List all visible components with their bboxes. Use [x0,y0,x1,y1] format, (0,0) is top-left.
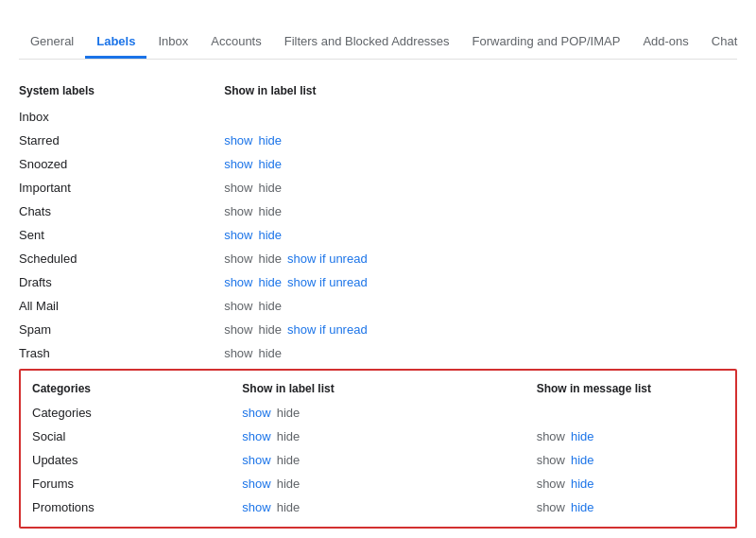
tab-labels[interactable]: Labels [85,26,146,59]
tab-chat[interactable]: Chat [700,26,748,59]
cat-hide-link[interactable]: hide [277,453,301,467]
table-row: All Mailshowhide [19,294,737,318]
cat-msg-hide-link[interactable]: hide [571,500,594,514]
show-link[interactable]: show [224,228,252,242]
tab-forwarding[interactable]: Forwarding and POP/IMAP [461,26,632,59]
label-name: All Mail [19,294,224,318]
hide-link[interactable]: hide [259,299,283,313]
system-labels-header: System labels [19,78,224,105]
label-name: Sent [19,223,224,247]
label-name: Drafts [19,270,224,294]
cat-show-link[interactable]: show [242,406,270,420]
table-row: Updatesshowhideshowhide [21,448,735,472]
show-if-unread-link[interactable]: show if unread [287,252,368,266]
hide-link[interactable]: hide [259,204,283,218]
table-row: Draftsshowhideshow if unread [19,270,737,294]
cat-msg-hide-link[interactable]: hide [571,453,594,467]
hide-link[interactable]: hide [259,228,283,242]
show-hide-controls: showhide [224,341,532,365]
show-link[interactable]: show [224,322,252,337]
show-if-unread-link[interactable]: show if unread [287,322,368,337]
label-name: Chats [19,200,224,223]
cat-show-hide-controls: showhide [231,448,524,472]
show-hide-controls: showhideshow if unread [224,247,532,270]
label-name: Scheduled [19,247,224,270]
tab-inbox[interactable]: Inbox [146,26,199,59]
show-link[interactable]: show [224,252,252,266]
show-hide-controls: showhide [224,200,532,223]
show-if-unread-link[interactable]: show if unread [287,275,368,289]
hide-link[interactable]: hide [259,181,283,195]
tab-general[interactable]: General [19,26,85,59]
show-hide-controls: showhide [224,294,532,318]
tab-addons[interactable]: Add-ons [631,26,699,59]
show-hide-controls: showhide [224,223,532,247]
label-name: Starred [19,129,224,152]
category-name: Promotions [21,495,231,519]
table-row: Forumsshowhideshowhide [21,472,735,495]
tabs-nav: GeneralLabelsInboxAccountsFilters and Bl… [19,26,737,60]
category-name: Social [21,425,231,448]
cat-show-link[interactable]: show [242,500,270,514]
hide-link[interactable]: hide [259,133,283,148]
tab-filters[interactable]: Filters and Blocked Addresses [273,26,461,59]
main-content: System labels Show in label list InboxSt… [0,60,756,538]
show-link[interactable]: show [224,299,252,313]
cat-hide-link[interactable]: hide [277,500,301,514]
table-row: Importantshowhide [19,176,737,200]
show-hide-controls: showhideshow if unread [224,318,532,341]
table-row: Trashshowhide [19,341,737,365]
table-row: Scheduledshowhideshow if unread [19,247,737,270]
show-link[interactable]: show [224,181,252,195]
hide-link[interactable]: hide [259,275,283,289]
table-row: Starredshowhide [19,129,737,152]
categories-show-msg-header: Show in message list [525,378,735,401]
show-hide-controls: showhide [224,176,532,200]
hide-link[interactable]: hide [259,252,283,266]
cat-hide-link[interactable]: hide [277,406,301,420]
cat-msg-show-hide-controls: showhide [525,448,735,472]
show-link[interactable]: show [224,157,252,171]
cat-msg-show-link[interactable]: show [537,477,565,491]
category-name: Categories [21,401,231,425]
hide-link[interactable]: hide [259,346,283,360]
categories-label-header: Categories [21,378,231,401]
cat-show-link[interactable]: show [242,453,270,467]
cat-msg-show-hide-controls [525,401,735,425]
categories-show-label-header: Show in label list [231,378,524,401]
show-in-label-header: Show in label list [224,78,532,105]
show-link[interactable]: show [224,133,252,148]
table-row: Sentshowhide [19,223,737,247]
cat-msg-hide-link[interactable]: hide [571,429,594,443]
show-link[interactable]: show [224,204,252,218]
categories-section: Categories Show in label list Show in me… [19,369,737,529]
cat-msg-show-link[interactable]: show [537,429,565,443]
table-row: Snoozedshowhide [19,152,737,176]
cat-hide-link[interactable]: hide [277,429,301,443]
tab-accounts[interactable]: Accounts [199,26,272,59]
tab-advanced[interactable]: Advanced [748,26,756,59]
hide-link[interactable]: hide [259,157,283,171]
cat-msg-show-link[interactable]: show [537,453,565,467]
cat-hide-link[interactable]: hide [277,477,301,491]
show-hide-controls: showhide [224,152,532,176]
table-row: Inbox [19,105,737,129]
show-link[interactable]: show [224,275,252,289]
cat-show-link[interactable]: show [242,477,270,491]
table-row: Promotionsshowhideshowhide [21,495,735,519]
label-name: Snoozed [19,152,224,176]
label-name: Important [19,176,224,200]
show-hide-controls: showhide [224,129,532,152]
category-name: Updates [21,448,231,472]
cat-msg-hide-link[interactable]: hide [571,477,594,491]
cat-msg-show-hide-controls: showhide [525,472,735,495]
cat-msg-show-hide-controls: showhide [525,495,735,519]
hide-link[interactable]: hide [259,322,283,337]
show-link[interactable]: show [224,346,252,360]
cat-show-link[interactable]: show [242,429,270,443]
cat-msg-show-link[interactable]: show [537,500,565,514]
label-name: Inbox [19,105,224,129]
cat-msg-show-hide-controls: showhide [525,425,735,448]
cat-show-hide-controls: showhide [231,425,524,448]
show-hide-controls: showhideshow if unread [224,270,532,294]
